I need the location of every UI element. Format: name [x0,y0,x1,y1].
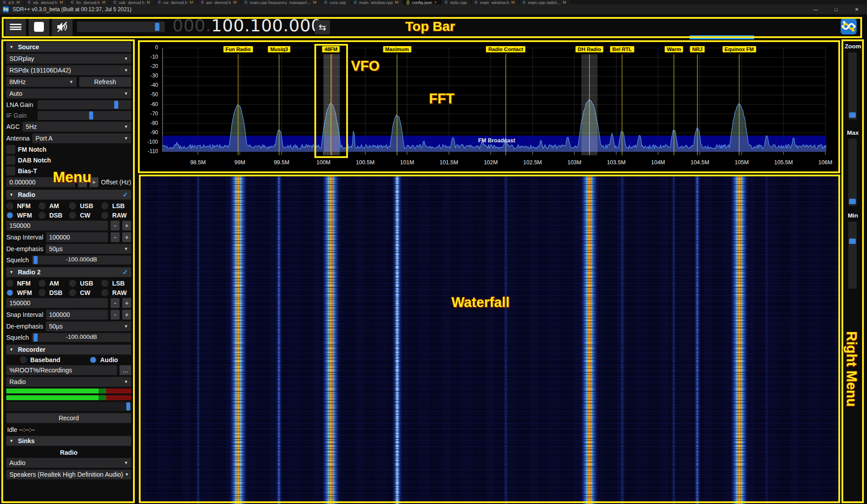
stop-button[interactable] [29,18,49,36]
max-slider[interactable] [848,139,857,206]
station-label[interactable]: DH Radio [575,46,603,52]
radio-circle[interactable] [6,280,13,287]
mode-nfm[interactable]: NFM [6,280,38,287]
bandwidth-minus-button[interactable]: - [111,298,120,308]
mode-cw[interactable]: CW [69,289,100,296]
recorder-volume-slider[interactable] [6,402,131,411]
editor-tab[interactable]: Cd.hM [0,0,25,4]
radio-circle[interactable] [39,289,46,296]
editor-tab[interactable]: Cam_demod.hM [198,0,241,4]
editor-tab[interactable]: Cmain.cpp frequency_manager\...M [241,0,321,4]
mode-lsb[interactable]: LSB [101,280,131,287]
mode-usb[interactable]: USB [69,202,100,209]
agc-mode-dropdown[interactable]: Auto ▼ [6,89,131,98]
bandwidth-plus-button[interactable]: + [122,221,131,231]
min-slider[interactable] [848,222,857,289]
radio-circle[interactable] [69,289,76,296]
waterfall-display[interactable] [139,175,840,504]
mode-raw[interactable]: RAW [101,212,131,219]
snap-plus-button[interactable]: + [122,232,131,242]
snap-interval-input[interactable]: 100000 [46,310,108,320]
slider-handle[interactable] [849,112,856,118]
radio-circle[interactable] [20,356,27,363]
station-label[interactable]: Radio Contact [486,46,525,52]
radio-circle[interactable] [101,280,108,287]
editor-tab[interactable]: Cmain_window.hM [472,0,519,4]
editor-tab[interactable]: Ccore.cpp [322,0,351,4]
squelch-slider[interactable]: -100.000dB [32,256,131,265]
bandwidth-minus-button[interactable]: - [111,221,120,231]
lna-gain-slider[interactable] [38,100,131,109]
editor-tab-strip[interactable]: Cd.hMCisb_demod.hMCfm_demod.hMCusb_demod… [0,0,867,4]
fm-notch-checkbox[interactable] [6,145,15,154]
station-label[interactable]: Musiq3 [268,46,290,52]
browse-button[interactable]: ... [120,365,131,375]
editor-tab[interactable]: Cstyle.cpp [442,0,472,4]
station-label[interactable]: Fun Radio [223,46,253,52]
tab-close-icon[interactable]: × [434,0,437,4]
bias-t-checkbox[interactable] [6,167,15,175]
snap-minus-button[interactable]: - [111,232,120,242]
slider-handle[interactable] [849,239,856,244]
source-type-dropdown[interactable]: SDRplay ▼ [6,54,131,64]
maximize-button[interactable]: □ [826,4,846,14]
minimize-button[interactable]: — [805,4,826,14]
station-label[interactable]: Warm [665,46,683,52]
sinks-section-header[interactable]: ▼ Sinks [6,436,131,446]
mode-dsb[interactable]: DSB [39,289,69,296]
editor-tab[interactable]: Ccw_demod.hM [155,0,198,4]
radio-circle[interactable] [69,202,76,209]
radio-circle[interactable] [101,212,108,219]
offset-plus-button[interactable]: + [90,177,99,187]
deemphasis-dropdown[interactable]: 50µs ▼ [46,321,131,331]
mode-dsb[interactable]: DSB [39,212,69,219]
window-titlebar[interactable]: SDR++ v0.3.0_beta (Built at 00:12:37, Ju… [0,4,867,14]
menu-toggle-button[interactable] [5,18,26,36]
editor-tab[interactable]: Cusb_demod.hM [110,0,155,4]
squelch-slider[interactable]: -100.000dB [32,333,131,342]
snap-interval-input[interactable]: 100000 [46,232,108,242]
fft-display[interactable]: FM Broadcast 0-10-20-30-40-50-60-70-80-9… [138,39,842,175]
bandwidth-plus-button[interactable]: + [122,298,131,308]
baseband-option[interactable]: Baseband [20,356,60,363]
volume-slider-handle[interactable] [155,23,159,31]
editor-tab[interactable]: Cmain_window.cppM [351,0,403,4]
station-label[interactable]: Equinox FM [722,46,756,52]
mode-usb[interactable]: USB [69,280,100,287]
recording-path-input[interactable]: %ROOT%/Recordings [6,365,117,375]
radio2-section-header[interactable]: ▼ Radio 2 ✓ [6,267,131,277]
radio2-bandwidth-input[interactable]: 150000 [6,298,108,308]
radio-circle[interactable] [101,202,108,209]
antenna-dropdown[interactable]: Port A ▼ [32,133,131,143]
radio-bandwidth-input[interactable]: 150000 [6,221,108,231]
editor-tab[interactable]: {}config.json× [403,0,442,4]
station-label[interactable]: NRJ [690,46,705,52]
mode-wfm[interactable]: WFM [6,289,38,296]
swap-vfo-button[interactable]: ⇆ [315,20,330,34]
record-button[interactable]: Record [6,413,131,423]
station-label[interactable]: Maximum [383,46,411,52]
station-label[interactable]: 48FM [322,46,339,52]
radio-circle[interactable] [39,212,46,219]
radio-circle[interactable] [39,280,46,287]
zoom-slider[interactable] [848,52,857,120]
module-enabled-check-icon[interactable]: ✓ [122,191,128,199]
if-gain-slider[interactable] [38,111,131,120]
radio-circle[interactable] [6,289,13,296]
editor-tab[interactable]: Cfm_demod.hM [68,0,111,4]
deemphasis-dropdown[interactable]: 50µs ▼ [46,244,131,254]
radio-circle[interactable] [69,280,76,287]
mode-nfm[interactable]: NFM [6,202,38,209]
radio-circle[interactable] [90,356,97,363]
station-label[interactable]: Bel RTL [610,46,634,52]
frequency-display[interactable]: 000.100.100.000 [172,16,322,35]
slider-handle[interactable] [114,101,118,109]
dab-notch-checkbox[interactable] [6,156,15,165]
module-enabled-check-icon[interactable]: ✓ [122,268,128,276]
radio-circle[interactable] [101,289,108,296]
slider-handle[interactable] [849,199,856,204]
bandwidth-dropdown[interactable]: 8MHz ▼ [6,77,77,87]
radio-circle[interactable] [39,202,46,209]
mode-raw[interactable]: RAW [101,289,131,296]
audio-option[interactable]: Audio [90,356,118,363]
